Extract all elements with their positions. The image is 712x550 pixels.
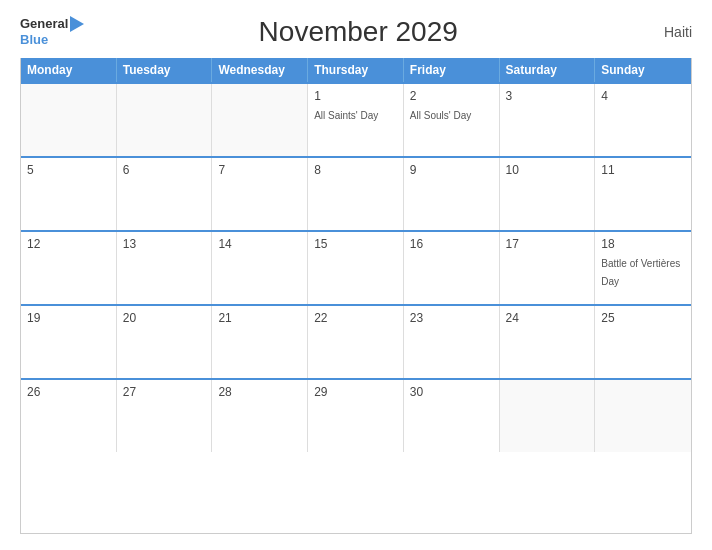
header: General Blue November 2029 Haiti	[20, 16, 692, 48]
cell-w5-d2: 27	[117, 380, 213, 452]
day-number: 7	[218, 163, 301, 177]
day-number: 29	[314, 385, 397, 399]
cell-w5-d5: 30	[404, 380, 500, 452]
logo-general-text: General	[20, 16, 68, 32]
cell-w1-d1	[21, 84, 117, 156]
cell-w3-d3: 14	[212, 232, 308, 304]
logo-text: General Blue	[20, 16, 84, 48]
cell-w1-d6: 3	[500, 84, 596, 156]
cell-w2-d6: 10	[500, 158, 596, 230]
day-number: 14	[218, 237, 301, 251]
cell-w5-d6	[500, 380, 596, 452]
day-number: 10	[506, 163, 589, 177]
day-number: 8	[314, 163, 397, 177]
cell-w2-d5: 9	[404, 158, 500, 230]
day-number: 18	[601, 237, 685, 251]
day-number: 27	[123, 385, 206, 399]
cell-w1-d2	[117, 84, 213, 156]
calendar-header: Monday Tuesday Wednesday Thursday Friday…	[21, 58, 691, 82]
week-row-5: 2627282930	[21, 378, 691, 452]
cell-w4-d6: 24	[500, 306, 596, 378]
day-number: 25	[601, 311, 685, 325]
day-number: 12	[27, 237, 110, 251]
cell-w1-d5: 2All Souls' Day	[404, 84, 500, 156]
day-number: 4	[601, 89, 685, 103]
day-number: 15	[314, 237, 397, 251]
day-number: 24	[506, 311, 589, 325]
country-label: Haiti	[632, 24, 692, 40]
cell-w3-d6: 17	[500, 232, 596, 304]
cell-w5-d3: 28	[212, 380, 308, 452]
cell-w3-d5: 16	[404, 232, 500, 304]
day-number: 17	[506, 237, 589, 251]
day-number: 5	[27, 163, 110, 177]
cell-w1-d3	[212, 84, 308, 156]
week-row-3: 12131415161718Battle of Vertières Day	[21, 230, 691, 304]
logo: General Blue	[20, 16, 84, 48]
day-number: 11	[601, 163, 685, 177]
col-monday: Monday	[21, 58, 117, 82]
day-number: 1	[314, 89, 397, 103]
col-wednesday: Wednesday	[212, 58, 308, 82]
day-number: 9	[410, 163, 493, 177]
cell-w3-d1: 12	[21, 232, 117, 304]
cell-w5-d7	[595, 380, 691, 452]
cell-w4-d5: 23	[404, 306, 500, 378]
cell-w4-d3: 21	[212, 306, 308, 378]
day-event: All Souls' Day	[410, 110, 471, 121]
cell-w2-d4: 8	[308, 158, 404, 230]
cell-w4-d2: 20	[117, 306, 213, 378]
day-number: 20	[123, 311, 206, 325]
cell-w4-d7: 25	[595, 306, 691, 378]
day-number: 16	[410, 237, 493, 251]
cell-w5-d1: 26	[21, 380, 117, 452]
cell-w3-d4: 15	[308, 232, 404, 304]
cell-w2-d3: 7	[212, 158, 308, 230]
day-event: All Saints' Day	[314, 110, 378, 121]
day-number: 28	[218, 385, 301, 399]
day-number: 2	[410, 89, 493, 103]
day-number: 26	[27, 385, 110, 399]
col-sunday: Sunday	[595, 58, 691, 82]
calendar-title: November 2029	[84, 16, 632, 48]
calendar-body: 1All Saints' Day2All Souls' Day345678910…	[21, 82, 691, 452]
day-number: 23	[410, 311, 493, 325]
cell-w3-d7: 18Battle of Vertières Day	[595, 232, 691, 304]
logo-flag-icon	[70, 16, 84, 32]
day-number: 3	[506, 89, 589, 103]
day-number: 19	[27, 311, 110, 325]
cell-w2-d7: 11	[595, 158, 691, 230]
cell-w1-d4: 1All Saints' Day	[308, 84, 404, 156]
col-tuesday: Tuesday	[117, 58, 213, 82]
calendar: Monday Tuesday Wednesday Thursday Friday…	[20, 58, 692, 534]
day-event: Battle of Vertières Day	[601, 258, 680, 287]
cell-w5-d4: 29	[308, 380, 404, 452]
cell-w2-d1: 5	[21, 158, 117, 230]
col-friday: Friday	[404, 58, 500, 82]
day-number: 30	[410, 385, 493, 399]
cell-w3-d2: 13	[117, 232, 213, 304]
col-thursday: Thursday	[308, 58, 404, 82]
day-number: 6	[123, 163, 206, 177]
cell-w4-d1: 19	[21, 306, 117, 378]
logo-blue-text: Blue	[20, 32, 84, 48]
col-saturday: Saturday	[500, 58, 596, 82]
cell-w4-d4: 22	[308, 306, 404, 378]
page: General Blue November 2029 Haiti Monday …	[0, 0, 712, 550]
day-number: 21	[218, 311, 301, 325]
week-row-4: 19202122232425	[21, 304, 691, 378]
cell-w2-d2: 6	[117, 158, 213, 230]
week-row-1: 1All Saints' Day2All Souls' Day34	[21, 82, 691, 156]
day-number: 13	[123, 237, 206, 251]
day-number: 22	[314, 311, 397, 325]
cell-w1-d7: 4	[595, 84, 691, 156]
week-row-2: 567891011	[21, 156, 691, 230]
